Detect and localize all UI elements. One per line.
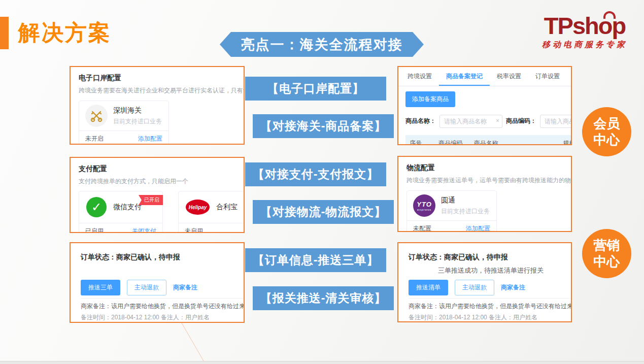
add-registered-product-button[interactable]: 添加备案商品 [405,91,455,107]
logistics-config-panel: 物流配置 跨境业务需要推送运单号，运单号需要由有跨境推送能力的物流公司进行推送 … [397,156,572,232]
refund-button[interactable]: 主动退款 [455,280,494,295]
helipay-icon: Helipay [186,200,210,215]
wechat-pay-name: 微信支付 [113,203,142,212]
highlight-banner-label: 亮点一：海关全流程对接 [241,36,403,54]
clear-icon[interactable]: × [496,117,499,124]
customs-add-config-link[interactable]: 添加配置 [138,135,162,143]
product-name-field: × [439,115,502,128]
logistics-title: 物流配置 [406,163,563,173]
product-name-label: 商品名称： [405,117,436,125]
customs-status: 未开启 [85,135,104,143]
merchant-remark-text: 商家备注：该用户需要给他换货，但是换货单号还没有给过来，等到4月30日需要联系买… [81,302,245,311]
tab-cross-border-settings[interactable]: 跨境设置 [400,67,439,86]
yto-name: 圆通 [441,196,490,205]
tab-tax-settings[interactable]: 税率设置 [490,67,528,86]
wechat-status: 已启用 [85,227,104,233]
order-status-text: 订单状态：商家已确认，待申报 [81,253,180,262]
logistics-description: 跨境业务需要推送运单号，运单号需要由有跨境推送能力的物流公司进行推送 [406,176,572,185]
remark-time-text: 备注时间：2018-04-12 12:00 备注人：用户姓名 [409,313,537,322]
order-status-panel-left: 订单状态：商家已确认，待申报 推送三单 主动退款 商家备注 商家备注：该用户需要… [70,242,245,323]
payment-title: 支付配置 [79,164,235,174]
payment-config-panel: 支付配置 支付跨境推单的支付方式，只能启用一个 已开启 微信支付 已启用 关闭支… [70,157,245,233]
registry-table: 序号 商品编码 商品名称 规格型号 商品类型 01 NS154656 商品明细单… [405,135,572,145]
order-status-text: 订单状态：商家已确认，待申报 [409,253,508,262]
registry-tab-bar: 跨境设置 商品备案登记 税率设置 订单设置 [398,67,571,86]
helipay-enable-link[interactable]: 启用 [244,227,245,233]
tpshop-brand-text: TPshop [544,13,625,38]
bottom-strip [0,361,644,364]
push-three-orders-button[interactable]: 推送三单 [81,280,120,295]
marketing-center-badge: 营销 中心 [582,229,631,278]
enabled-ribbon: 已开启 [139,195,163,205]
order-status-panel-right: 订单状态：商家已确认，待申报 三单推送成功，待推送清单进行报关 推送清单 主动退… [397,242,572,322]
tpshop-logo: TPshop 移动电商服务专家 [536,13,633,50]
yto-express-icon: YTO express [413,194,435,217]
merchant-remark-text: 商家备注：该用户需要给他换货，但是换货单号还没有给过来，等到4月30日 [409,302,572,311]
remark-time-text: 备注时间：2018-04-12 12:00 备注人：用户姓名 [81,313,210,322]
wechat-pay-card: 已开启 微信支付 已启用 关闭支付 [79,191,163,233]
customs-keys-icon [85,105,108,127]
title-accent-bar [0,17,9,49]
product-code-field: × [540,115,572,128]
divider [409,298,572,299]
divider [81,298,245,299]
flow-label-payment: 【对接支付-支付报文】 [245,162,386,186]
yto-config-card: YTO express 圆通 目前支持进口业务 未配置 添加配置 [406,190,497,232]
yto-add-config-link[interactable]: 添加配置 [466,224,490,232]
helipay-name: 合利宝 [216,203,238,212]
eport-title: 电子口岸配置 [79,74,235,83]
customs-config-card: 深圳海关 目前支持进口业务 未开启 添加配置 [79,101,169,145]
tab-order-settings[interactable]: 订单设置 [528,67,567,86]
wechat-close-link[interactable]: 关闭支付 [132,227,156,233]
yto-support-note: 目前支持进口业务 [441,207,490,216]
helipay-status: 未启用 [185,227,203,233]
customs-name: 深圳海关 [113,106,162,115]
tpshop-tagline: 移动电商服务专家 [536,40,633,50]
table-header-row: 序号 商品编码 商品名称 规格型号 商品类型 [405,135,572,145]
flow-label-order-push: 【订单信息-推送三单】 [245,248,386,272]
flow-label-clearance: 【报关推送-清关审核】 [253,286,394,310]
product-registry-panel: 跨境设置 商品备案登记 税率设置 订单设置 添加备案商品 商品名称： × 商品编… [397,66,572,145]
tab-product-registry[interactable]: 商品备案登记 [439,67,490,86]
flow-label-logistics: 【对接物流-物流报文】 [253,200,394,224]
refund-button[interactable]: 主动退款 [127,280,166,295]
member-center-badge: 会员 中心 [582,107,631,156]
yto-status: 未配置 [413,224,431,232]
merchant-remark-link[interactable]: 商家备注 [501,283,525,292]
flow-label-eport: 【电子口岸配置】 [245,77,386,101]
order-status-subtext: 三单推送成功，待推送清单进行报关 [438,266,544,275]
helipay-card: Helipay 合利宝 未启用 启用 [178,191,245,233]
slide-title: 解决方案 [18,18,112,48]
merchant-remark-link[interactable]: 商家备注 [173,283,197,292]
push-manifest-button[interactable]: 推送清单 [409,280,448,295]
eport-description: 跨境业务需要在海关进行企业和交易平台进行实名认证，只有认证通过的才能 [79,86,245,95]
flow-label-customs-registry: 【对接海关-商品备案】 [253,114,394,138]
highlight-hexagon-banner: 亮点一：海关全流程对接 [220,32,424,57]
wechat-icon [86,197,107,217]
eport-config-panel: 电子口岸配置 跨境业务需要在海关进行企业和交易平台进行实名认证，只有认证通过的才… [70,66,245,145]
product-code-input[interactable] [540,115,572,128]
product-name-input[interactable] [439,115,502,128]
payment-description: 支付跨境推单的支付方式，只能启用一个 [79,177,245,186]
customs-support-note: 目前支持进口业务 [113,117,162,126]
product-code-label: 商品编码： [506,117,536,125]
